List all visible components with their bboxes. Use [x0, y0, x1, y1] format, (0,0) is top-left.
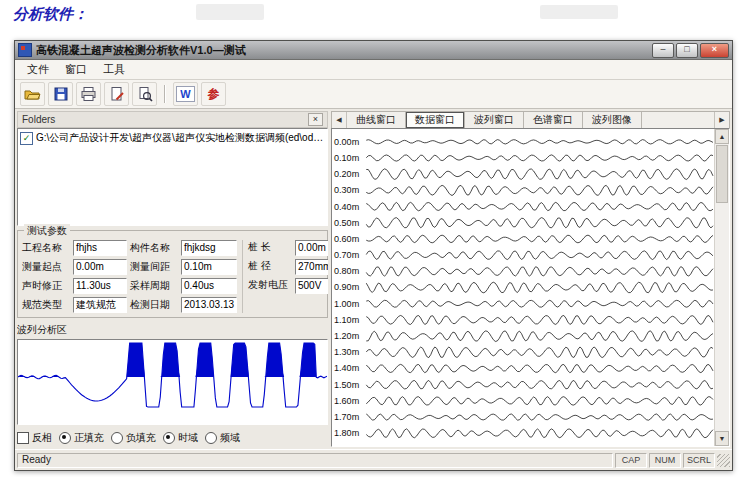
wave-trace	[366, 347, 713, 358]
page-artifact	[540, 5, 618, 19]
tree-item[interactable]: ✓ G:\公司产品设计开发\超声仪器\超声仪实地检测数据调频(ed\od03\o…	[20, 131, 325, 145]
field-value[interactable]: 500V	[295, 278, 328, 294]
wave-depth-label: 0.40m	[334, 202, 359, 212]
wave-trace	[366, 331, 713, 342]
field-value[interactable]: 2013.03.13	[181, 297, 237, 313]
tab-item[interactable]: 色谱窗口	[524, 112, 583, 128]
invert-checkbox[interactable]	[17, 432, 29, 444]
param-icon: 参	[208, 86, 220, 103]
folders-close-icon[interactable]: ×	[308, 113, 323, 126]
vertical-scrollbar[interactable]: ▲ ▼	[714, 129, 729, 446]
domain-radio-label: 频域	[220, 431, 240, 445]
domain-radio-group[interactable]: 时域	[163, 431, 198, 445]
scrollbar-thumb[interactable]	[716, 145, 728, 203]
menu-item[interactable]: 文件	[19, 60, 57, 79]
wave-train-plot: 0.00m0.10m0.20m0.30m0.40m0.50m0.60m0.70m…	[332, 129, 715, 446]
test-params-groupbox: 测试参数 工程名称fhjhs构件名称fhjkdsg测量起点0.00m测量间距0.…	[17, 230, 328, 318]
open-folder-icon	[24, 87, 41, 102]
invert-checkbox-group[interactable]: 反相	[17, 431, 52, 445]
scrollbar-track[interactable]	[715, 204, 729, 431]
params-right: 桩 长0.00m桩 径270mm发射电压500V	[242, 240, 328, 313]
field-value[interactable]: fhjkdsg	[181, 240, 237, 256]
tab-scroll-right-icon[interactable]: ▶	[714, 112, 729, 128]
field-value[interactable]: 建筑规范	[73, 297, 127, 313]
save-button[interactable]	[48, 82, 73, 106]
field-value[interactable]: 11.30us	[73, 278, 127, 294]
scroll-up-icon[interactable]: ▲	[715, 129, 729, 144]
tree-checkbox[interactable]: ✓	[20, 132, 33, 145]
menu-bar: 文件窗口工具	[15, 60, 732, 80]
field-label: 桩 长	[248, 240, 292, 256]
wave-trace	[366, 429, 713, 438]
tab-item[interactable]: 波列窗口	[465, 112, 524, 128]
wave-trace	[366, 414, 713, 420]
export-button[interactable]	[104, 82, 129, 106]
domain-radio-label: 时域	[178, 431, 198, 445]
toolbar: W 参	[15, 80, 732, 109]
tab-scroll-left-icon[interactable]: ◀	[332, 112, 347, 128]
field-label: 检测日期	[130, 298, 178, 312]
lock-indicator: CAP	[615, 453, 647, 468]
wave-depth-label: 0.90m	[334, 283, 359, 293]
domain-radio-group[interactable]: 频域	[205, 431, 240, 445]
wave-trace	[366, 235, 713, 243]
close-button[interactable]: ×	[700, 43, 729, 58]
field-value[interactable]: fhjhs	[73, 240, 127, 256]
domain-radio[interactable]	[163, 432, 175, 444]
fill-radio[interactable]	[111, 432, 123, 444]
open-button[interactable]	[20, 82, 45, 106]
wave-depth-label: 0.70m	[334, 250, 359, 260]
analysis-waveform	[18, 340, 327, 424]
field-value[interactable]: 0.40us	[181, 278, 237, 294]
page-heading: 分析软件：	[13, 5, 88, 24]
field-label: 发射电压	[248, 278, 292, 294]
fill-radio-group[interactable]: 正填充	[59, 431, 104, 445]
menu-item[interactable]: 窗口	[57, 60, 95, 79]
titlebar[interactable]: 高铁混凝土超声波检测分析软件V1.0—测试 – □ ×	[15, 41, 732, 60]
fill-radio-group[interactable]: 负填充	[111, 431, 156, 445]
wave-trace	[366, 300, 713, 307]
test-params-title: 测试参数	[24, 224, 70, 238]
tab-item[interactable]: 数据窗口	[406, 112, 465, 128]
app-icon	[18, 43, 32, 57]
menu-item[interactable]: 工具	[95, 60, 133, 79]
wave-depth-label: 0.60m	[334, 234, 359, 244]
lock-indicator: SCRL	[683, 453, 715, 468]
minimize-button[interactable]: –	[652, 43, 674, 58]
wave-depth-label: 1.00m	[334, 299, 359, 309]
save-icon	[53, 86, 69, 102]
field-label: 桩 径	[248, 259, 292, 275]
tree-item-label: G:\公司产品设计开发\超声仪器\超声仪实地检测数据调频(ed\od03\od0…	[36, 131, 325, 145]
wave-depth-label: 1.20m	[334, 331, 359, 341]
field-label: 规范类型	[22, 298, 70, 312]
wave-depth-label: 1.30m	[334, 347, 359, 357]
wave-trace	[366, 185, 713, 195]
wave-depth-label: 0.50m	[334, 218, 359, 228]
domain-radio[interactable]	[205, 432, 217, 444]
wave-controls: 反相正填充负填充时域频域	[17, 431, 328, 445]
word-export-button[interactable]: W	[173, 82, 198, 106]
tab-item[interactable]: 曲线窗口	[347, 112, 406, 128]
wave-depth-label: 0.00m	[334, 137, 359, 147]
field-value[interactable]: 0.00m	[73, 259, 127, 275]
wave-trace	[366, 380, 713, 388]
fill-radio[interactable]	[59, 432, 71, 444]
resize-grip[interactable]	[717, 454, 730, 467]
params-button[interactable]: 参	[201, 82, 226, 106]
wave-trace	[366, 218, 713, 228]
scroll-down-icon[interactable]: ▼	[715, 431, 729, 446]
fill-radio-label: 正填充	[74, 431, 104, 445]
preview-button[interactable]	[132, 82, 157, 106]
lock-indicator: NUM	[649, 453, 681, 468]
lock-indicators: CAPNUMSCRL	[615, 453, 715, 468]
field-value[interactable]: 0.00m	[295, 240, 328, 256]
print-button[interactable]	[76, 82, 101, 106]
field-value[interactable]: 0.10m	[181, 259, 237, 275]
wave-depth-label: 1.40m	[334, 364, 359, 374]
params-left: 工程名称fhjhs构件名称fhjkdsg测量起点0.00m测量间距0.10m声时…	[22, 240, 237, 313]
wave-analysis-title: 波列分析区	[17, 323, 328, 337]
wave-trace	[366, 251, 713, 260]
maximize-button[interactable]: □	[676, 43, 698, 58]
tab-item[interactable]: 波列图像	[583, 112, 642, 128]
field-value[interactable]: 270mm	[295, 259, 328, 275]
